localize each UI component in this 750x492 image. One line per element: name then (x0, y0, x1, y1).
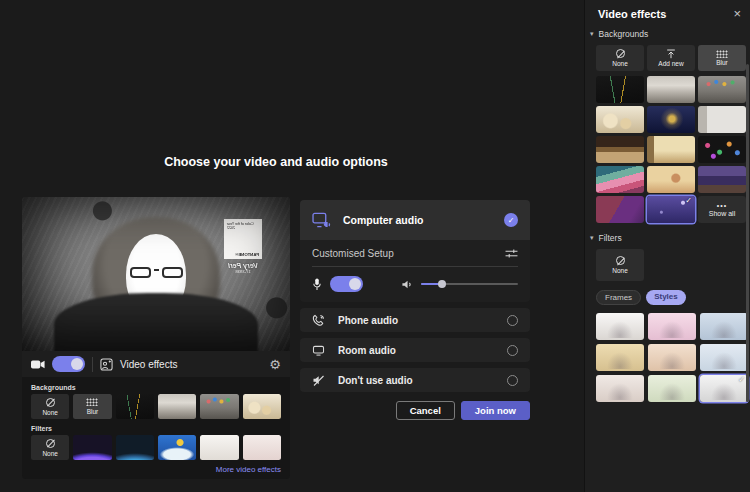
show-all-label: Show all (709, 210, 735, 217)
thumbnail-cosmic-gold[interactable] (647, 106, 695, 133)
thumbnail-confetti-dark[interactable] (698, 136, 746, 163)
thumbnail-purple-lounge[interactable] (698, 166, 746, 193)
filter-none-button[interactable]: None (596, 249, 644, 281)
none-cell[interactable]: None (31, 435, 69, 460)
none-icon (616, 49, 625, 58)
thumbnail-gallery-wall[interactable] (698, 76, 746, 103)
background-buttons-row: None Add new Blur (596, 45, 750, 71)
thumbnail-blue-wave[interactable] (116, 435, 154, 460)
settings-gear-icon[interactable]: ⚙ (269, 358, 281, 371)
backgrounds-label: Backgrounds (31, 384, 281, 391)
upload-icon (666, 49, 676, 59)
pantone-brand-text: PANTONE® (236, 252, 259, 256)
blur-cell[interactable]: Blur (73, 394, 111, 419)
cancel-button[interactable]: Cancel (396, 401, 455, 420)
dont-use-audio-radio[interactable] (507, 375, 518, 386)
filters-label: Filters (31, 425, 281, 432)
blur-icon (716, 50, 728, 58)
thumbnail-icy-blue[interactable] (700, 344, 748, 371)
computer-audio-option[interactable]: Computer audio ✓ (300, 200, 530, 240)
more-video-effects-link[interactable]: More video effects (31, 465, 281, 474)
video-effects-label[interactable]: Video effects (120, 359, 177, 370)
panel-title: Video effects (598, 8, 733, 20)
camera-toggle[interactable] (52, 356, 85, 372)
none-icon (46, 398, 55, 407)
selected-check-icon: ✓ (685, 196, 692, 205)
person-sweater (54, 293, 258, 351)
filters-thumb-row: None (31, 435, 281, 460)
filters-section-label: Filters (599, 233, 622, 243)
thumbnail-sunny-cafe[interactable] (647, 136, 695, 163)
pantone-color-code: 17-3938 (228, 270, 257, 274)
thumbnail-washed-white[interactable] (200, 435, 238, 460)
customised-setup-label: Customised Setup (312, 248, 505, 259)
tab-frames[interactable]: Frames (596, 290, 641, 305)
dont-use-audio-option[interactable]: Don't use audio (300, 368, 530, 392)
thumbnail-papercut-hills[interactable] (596, 166, 644, 193)
person-glasses (128, 267, 184, 278)
room-audio-option[interactable]: Room audio (300, 338, 530, 362)
cell-label: None (42, 409, 58, 416)
mic-volume-row (312, 276, 518, 292)
thumbnail-sepia[interactable] (596, 344, 644, 371)
thumbnail-cool-blue[interactable] (700, 313, 748, 340)
thumbnail-grayscale[interactable]: ✓ (700, 375, 748, 402)
thumbnail-white-shelf-room[interactable] (698, 106, 746, 133)
none-cell[interactable]: None (31, 394, 69, 419)
thumbnail-purple-wave[interactable] (73, 435, 111, 460)
thumbnail-gallery-wall[interactable] (200, 394, 238, 419)
footer-buttons: Cancel Join now (300, 401, 530, 420)
thumbnail-purple-galaxy[interactable]: ✓ (647, 196, 695, 223)
show-all-button[interactable]: •••Show all (698, 196, 746, 223)
customised-setup-row[interactable]: Customised Setup (312, 248, 518, 267)
thumbnail-bright-kitchen[interactable] (647, 76, 695, 103)
thumbnail-dark-line-map[interactable] (596, 76, 644, 103)
pantone-poster: Color of the Year 2022 PANTONE® Very Per… (222, 219, 264, 275)
chevron-down-icon: ▾ (590, 234, 594, 242)
close-icon[interactable]: × (733, 7, 741, 20)
styles-grid: ✓ (596, 313, 750, 402)
filters-section-header[interactable]: ▾ Filters (585, 233, 750, 243)
volume-slider[interactable] (421, 280, 518, 288)
thumbnail-clay-room[interactable] (596, 106, 644, 133)
volume-slider-thumb[interactable] (438, 280, 446, 288)
thumbnail-washed-pink[interactable] (243, 435, 281, 460)
backgrounds-section-header[interactable]: ▾ Backgrounds (585, 29, 750, 39)
join-now-button[interactable]: Join now (461, 401, 530, 420)
room-audio-label: Room audio (338, 345, 494, 356)
none-icon (616, 256, 625, 265)
thumbnail-sage[interactable] (648, 375, 696, 402)
background-add-new-button[interactable]: Add new (647, 45, 695, 71)
thumbnail-peach[interactable] (648, 344, 696, 371)
thumbnail-clay-room[interactable] (243, 394, 281, 419)
video-effects-icon (100, 358, 113, 371)
backgrounds-grid: ✓•••Show all (596, 76, 750, 223)
thumbnail-bright-kitchen[interactable] (158, 394, 196, 419)
ellipsis-icon: ••• (717, 202, 727, 209)
thumbnail-magenta-study[interactable] (596, 196, 644, 223)
audio-settings-section: Customised Setup (300, 240, 530, 302)
phone-audio-radio[interactable] (507, 315, 518, 326)
background-none-button[interactable]: None (596, 45, 644, 71)
thumbnail-dark-line-map[interactable] (116, 394, 154, 419)
thumbnail-sand-sculpture[interactable] (647, 166, 695, 193)
pantone-color-name: Very Peri (222, 262, 264, 269)
mic-toggle[interactable] (330, 276, 363, 292)
phone-audio-label: Phone audio (338, 315, 494, 326)
blur-icon (86, 398, 98, 406)
thumbnail-faded-warm[interactable] (596, 375, 644, 402)
computer-audio-icon (312, 212, 331, 228)
phone-audio-option[interactable]: Phone audio (300, 308, 530, 332)
divider (92, 357, 93, 372)
thumbnail-rosy[interactable] (648, 313, 696, 340)
thumbnail-wood-lodge[interactable] (596, 136, 644, 163)
thumbnail-bw-bright[interactable] (596, 313, 644, 340)
page-title: Choose your video and audio options (22, 155, 530, 169)
chevron-down-icon: ▾ (590, 30, 594, 38)
tab-styles[interactable]: Styles (646, 290, 686, 305)
thumbnail-duck-pond[interactable] (158, 435, 196, 460)
room-audio-radio[interactable] (507, 345, 518, 356)
background-blur-button[interactable]: Blur (698, 45, 746, 71)
backgrounds-thumb-row: NoneBlur (31, 394, 281, 419)
scrollbar[interactable] (746, 64, 749, 402)
